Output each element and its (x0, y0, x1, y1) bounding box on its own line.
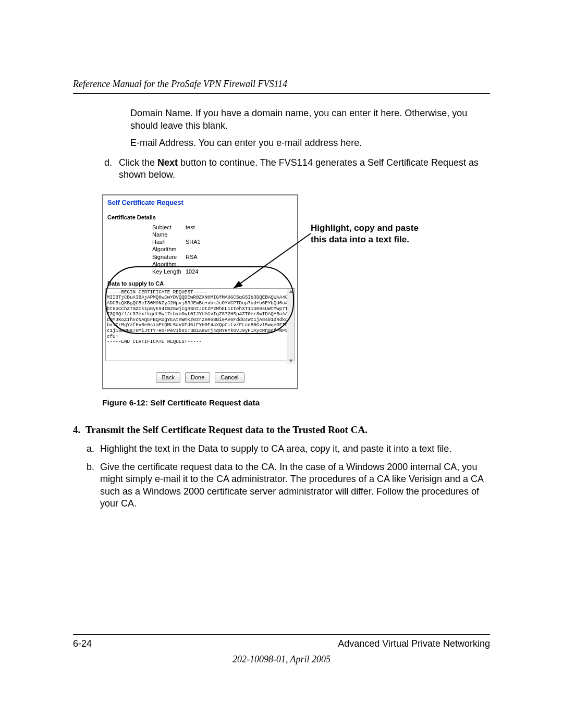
supply-heading: Data to supply to CA (103, 279, 297, 288)
substep-a-text: Highlight the text in the Data to supply… (100, 443, 490, 455)
detail-key: Signature Algorithm (107, 253, 186, 268)
domain-paragraph: Domain Name. If you have a domain name, … (130, 107, 490, 132)
email-paragraph: E-mail Address. You can enter you e-mail… (130, 137, 490, 149)
detail-value: SHA1 (186, 238, 293, 253)
substep-b-marker: b. (87, 461, 100, 510)
callout-text: Highlight, copy and paste this data into… (311, 223, 420, 245)
step-d-next: Next (157, 157, 178, 168)
table-row: Key Length 1024 (107, 268, 293, 275)
substep-a-marker: a. (87, 443, 100, 455)
details-table: Subject Name test Hash Algorithm SHA1 Si… (103, 223, 297, 279)
detail-key: Subject Name (107, 224, 186, 239)
detail-value: test (186, 224, 293, 239)
details-heading: Certificate Details (103, 213, 297, 222)
running-header: Reference Manual for the ProSafe VPN Fir… (73, 78, 490, 90)
header-rule (73, 93, 490, 94)
step-d-text: Click the Next button to continue. The F… (119, 157, 490, 181)
doc-id: 202-10098-01, April 2005 (73, 653, 490, 665)
footer-rule (73, 634, 490, 635)
step-d-marker: d. (104, 157, 119, 181)
done-button[interactable]: Done (185, 372, 210, 382)
detail-key: Key Length (107, 268, 186, 275)
scrollbar[interactable] (287, 289, 295, 364)
table-row: Subject Name test (107, 224, 293, 239)
step4-number: 4. (73, 424, 85, 437)
detail-value: RSA (186, 253, 293, 268)
detail-value: 1024 (186, 268, 293, 275)
csr-textarea[interactable] (105, 288, 295, 361)
detail-key: Hash Algorithm (107, 238, 186, 253)
page-number: 6-24 (73, 638, 92, 650)
table-row: Signature Algorithm RSA (107, 253, 293, 268)
cancel-button[interactable]: Cancel (215, 372, 244, 382)
step-d-pre: Click the (119, 157, 157, 168)
substep-b-text: Give the certificate request data to the… (100, 461, 490, 510)
step4-heading: Transmit the Self Certificate Request da… (85, 424, 368, 437)
dialog-title: Self Certificate Request (103, 195, 297, 213)
cert-request-dialog: Self Certificate Request Certificate Det… (102, 194, 298, 389)
figure-caption: Figure 6-12: Self Certificate Request da… (102, 398, 490, 408)
figure-wrapper: Self Certificate Request Certificate Det… (102, 194, 478, 389)
back-button[interactable]: Back (156, 372, 180, 382)
table-row: Hash Algorithm SHA1 (107, 238, 293, 253)
footer-section: Advanced Virtual Private Networking (338, 638, 490, 650)
